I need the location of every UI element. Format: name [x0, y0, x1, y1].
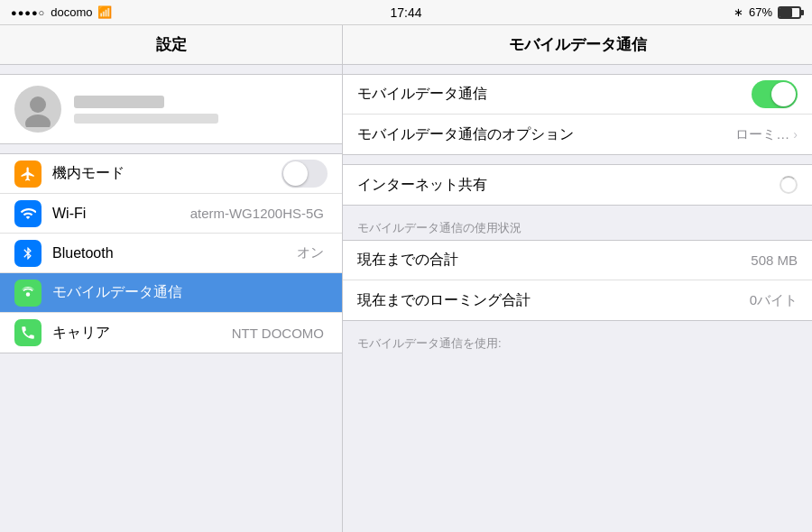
mobile-data-label: モバイルデータ通信	[357, 85, 752, 104]
detail-item-roaming: 現在までのローミング合計 0バイト	[343, 280, 812, 320]
sidebar-title: 設定	[0, 25, 342, 65]
airplane-toggle[interactable]	[281, 160, 328, 188]
main-content: 設定 機内モード	[0, 25, 812, 532]
svg-point-0	[30, 96, 46, 113]
detail-group-usage: 現在までの合計 508 MB 現在までのローミング合計 0バイト	[343, 240, 812, 321]
airplane-label: 機内モード	[52, 164, 281, 183]
airplane-icon	[20, 166, 36, 182]
detail-item-mobile-data[interactable]: モバイルデータ通信	[343, 75, 812, 115]
status-right: ∗ 67%	[734, 5, 801, 19]
detail-title: モバイルデータ通信	[343, 25, 812, 65]
profile-sub	[74, 114, 218, 124]
wifi-icon-badge	[14, 200, 42, 227]
status-time: 17:44	[390, 5, 421, 20]
roaming-label: 現在までのローミング合計	[357, 291, 750, 310]
sidebar-item-bluetooth[interactable]: Bluetooth オン	[0, 234, 342, 273]
bluetooth-symbol-icon	[21, 245, 35, 261]
carrier-value: NTT DOCOMO	[232, 326, 324, 341]
chevron-right-icon: ›	[793, 127, 798, 142]
carrier-icon-badge	[14, 319, 42, 346]
status-left: ●●●●○ docomo 📶	[11, 5, 112, 19]
settings-group: 機内モード Wi-Fi aterm-WG1200HS-5G	[0, 153, 342, 353]
profile-name	[74, 96, 164, 108]
detail-item-mobile-options[interactable]: モバイルデータ通信のオプション ローミ… ›	[343, 115, 812, 154]
mobile-data-toggle[interactable]	[752, 80, 798, 108]
cellular-icon	[20, 285, 36, 301]
profile-row[interactable]	[0, 74, 342, 144]
sidebar: 設定 機内モード	[0, 25, 343, 532]
wifi-signal-icon: 📶	[97, 5, 112, 19]
cellular-label: モバイルデータ通信	[52, 283, 328, 302]
mobile-options-label: モバイルデータ通信のオプション	[357, 125, 735, 144]
detail-item-hotspot[interactable]: インターネット共有	[343, 165, 812, 205]
sidebar-item-carrier[interactable]: キャリア NTT DOCOMO	[0, 313, 342, 353]
cellular-icon-badge	[14, 280, 42, 307]
roaming-value: 0バイト	[750, 292, 798, 309]
sidebar-item-airplane[interactable]: 機内モード	[0, 154, 342, 194]
signal-dots: ●●●●○	[11, 7, 45, 18]
wifi-icon	[20, 206, 36, 222]
bluetooth-value: オン	[297, 244, 324, 261]
bluetooth-label: Bluetooth	[52, 245, 297, 261]
battery-percent: 67%	[749, 5, 772, 19]
svg-point-1	[25, 115, 51, 127]
detail-group-hotspot: インターネット共有	[343, 164, 812, 206]
footer-label: モバイルデータ通信を使用:	[343, 330, 812, 355]
detail-group-mobile: モバイルデータ通信 モバイルデータ通信のオプション ローミ… ›	[343, 74, 812, 155]
airplane-icon-badge	[14, 161, 42, 188]
loading-spinner	[780, 176, 798, 194]
sidebar-item-wifi[interactable]: Wi-Fi aterm-WG1200HS-5G	[0, 194, 342, 234]
usage-section-label: モバイルデータ通信の使用状況	[343, 215, 812, 240]
status-bar: ●●●●○ docomo 📶 17:44 ∗ 67%	[0, 0, 812, 25]
bluetooth-icon-badge	[14, 240, 42, 267]
profile-info	[74, 96, 218, 124]
phone-icon	[20, 325, 36, 341]
detail-content: モバイルデータ通信 モバイルデータ通信のオプション ローミ… › インターネット…	[343, 65, 812, 532]
mobile-options-value: ローミ…	[735, 126, 789, 143]
wifi-value: aterm-WG1200HS-5G	[190, 206, 324, 221]
detail-item-total: 現在までの合計 508 MB	[343, 241, 812, 280]
wifi-label: Wi-Fi	[52, 206, 190, 222]
detail-panel: モバイルデータ通信 モバイルデータ通信 モバイルデータ通信のオプション ローミ……	[343, 25, 812, 532]
bluetooth-icon: ∗	[734, 5, 743, 19]
total-label: 現在までの合計	[357, 251, 751, 270]
total-value: 508 MB	[751, 252, 798, 268]
hotspot-label: インターネット共有	[357, 176, 780, 195]
carrier-label: キャリア	[52, 324, 232, 343]
carrier-name: docomo	[51, 5, 92, 19]
sidebar-item-cellular[interactable]: モバイルデータ通信	[0, 273, 342, 313]
avatar-icon	[20, 91, 56, 127]
battery-icon	[778, 6, 801, 19]
avatar	[14, 86, 61, 133]
